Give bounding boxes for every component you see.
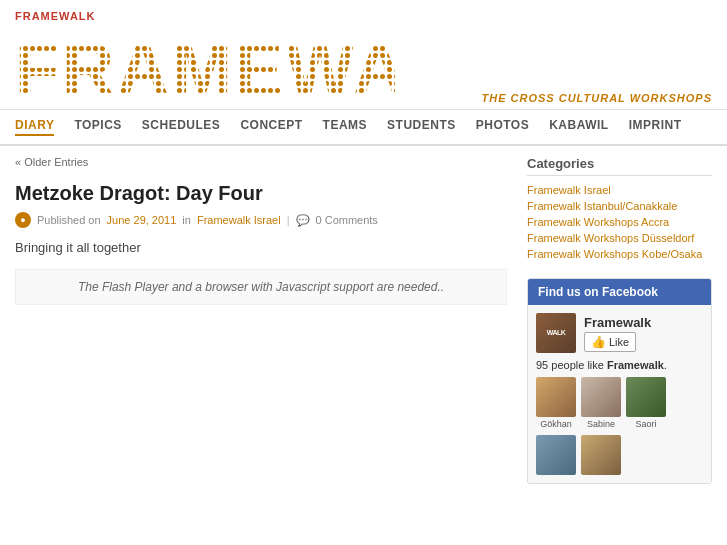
- fb-avatar-img-3: [626, 377, 666, 417]
- facebook-header: Find us on Facebook: [528, 279, 711, 305]
- fb-more-avatars: [536, 435, 703, 475]
- flash-notice: The Flash Player and a browser with Java…: [15, 269, 507, 305]
- post-category[interactable]: Framewalk Israel: [197, 214, 281, 226]
- fb-person-name-2: Sabine: [587, 419, 615, 429]
- nav-topics[interactable]: TOPICS: [74, 118, 121, 136]
- thumbs-up-icon: 👍: [591, 335, 606, 349]
- post-meta: ● Published on June 29, 2011 in Framewal…: [15, 212, 507, 228]
- site-title-small: FRAMEWALK: [15, 10, 395, 22]
- facebook-content: WALK Framewalk 👍 Like 95 people like Fra…: [528, 305, 711, 483]
- categories-section: Categories Framewalk Israel Framewalk Is…: [527, 156, 712, 260]
- comment-icon: 💬: [296, 214, 310, 227]
- fb-logo-thumb: WALK: [536, 313, 576, 353]
- comments-link[interactable]: 0 Comments: [316, 214, 378, 226]
- nav-schedules[interactable]: SCHEDULES: [142, 118, 221, 136]
- meta-separator: |: [287, 214, 290, 226]
- fb-page-name: Framewalk: [584, 315, 651, 330]
- category-istanbul[interactable]: Framewalk Istanbul/Canakkale: [527, 200, 712, 212]
- tagline: THE CROSS CULTURAL WORKSHOPS: [482, 92, 713, 104]
- fb-avatar-img-1: [536, 377, 576, 417]
- fb-extra-avatar-2: [581, 435, 621, 475]
- facebook-profile: WALK Framewalk 👍 Like: [536, 313, 703, 353]
- category-kobe[interactable]: Framewalk Workshops Kobe/Osaka: [527, 248, 712, 260]
- fb-person-name-1: Gökhan: [540, 419, 572, 429]
- main-content: « Older Entries Metzoke Dragot: Day Four…: [15, 156, 507, 484]
- main-nav: DIARY TOPICS SCHEDULES CONCEPT TEAMS STU…: [0, 110, 727, 146]
- facebook-box: Find us on Facebook WALK Framewalk 👍 Lik…: [527, 278, 712, 484]
- nav-kabawil[interactable]: KABAWIL: [549, 118, 609, 136]
- in-label: in: [182, 214, 191, 226]
- nav-teams[interactable]: TEAMS: [323, 118, 368, 136]
- fb-like-button[interactable]: 👍 Like: [584, 332, 636, 352]
- nav-imprint[interactable]: IMPRINT: [629, 118, 682, 136]
- fb-profile-info: Framewalk 👍 Like: [584, 315, 651, 352]
- fb-person-3: Saori: [626, 377, 666, 429]
- fb-person-2: Sabine: [581, 377, 621, 429]
- fb-avatar-img-2: [581, 377, 621, 417]
- categories-heading: Categories: [527, 156, 712, 176]
- fb-like-label: Like: [609, 336, 629, 348]
- nav-photos[interactable]: PHOTOS: [476, 118, 529, 136]
- nav-concept[interactable]: CONCEPT: [240, 118, 302, 136]
- nav-diary[interactable]: DIARY: [15, 118, 54, 136]
- post-title: Metzoke Dragot: Day Four: [15, 180, 507, 206]
- logo-svg: .dot { fill: #c47a00; }: [15, 24, 395, 104]
- category-accra[interactable]: Framewalk Workshops Accra: [527, 216, 712, 228]
- author-icon: ●: [15, 212, 31, 228]
- nav-students[interactable]: STUDENTS: [387, 118, 456, 136]
- post-intro: Bringing it all together: [15, 240, 507, 255]
- svg-rect-2: [15, 24, 395, 104]
- fb-like-count: 95 people like Framewalk.: [536, 359, 703, 371]
- post-date[interactable]: June 29, 2011: [107, 214, 177, 226]
- category-israel[interactable]: Framewalk Israel: [527, 184, 712, 196]
- fb-extra-avatar-1: [536, 435, 576, 475]
- sidebar: Categories Framewalk Israel Framewalk Is…: [527, 156, 712, 484]
- older-entries[interactable]: « Older Entries: [15, 156, 507, 168]
- fb-avatars: Gökhan Sabine Saori: [536, 377, 703, 429]
- published-label: Published on: [37, 214, 101, 226]
- fb-person-1: Gökhan: [536, 377, 576, 429]
- category-dusseldorf[interactable]: Framewalk Workshops Düsseldorf: [527, 232, 712, 244]
- fb-person-name-3: Saori: [635, 419, 656, 429]
